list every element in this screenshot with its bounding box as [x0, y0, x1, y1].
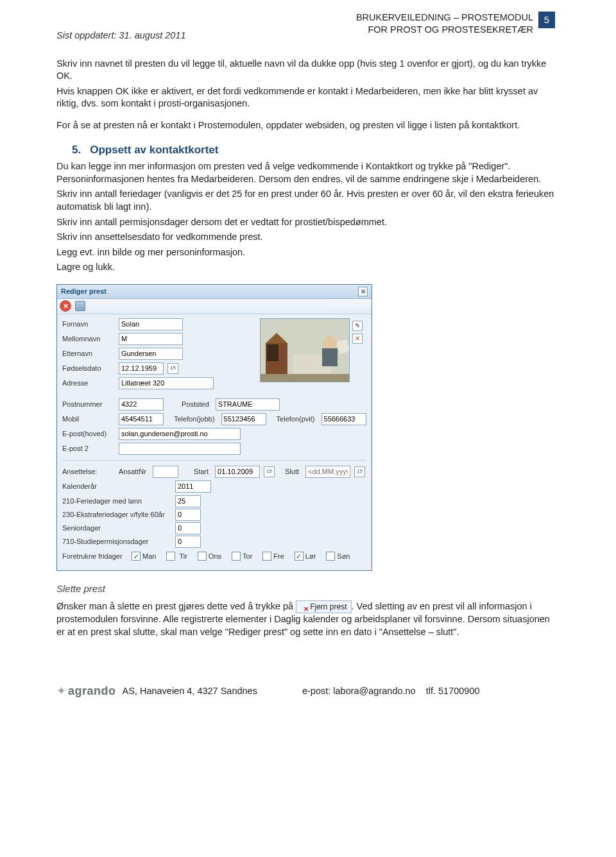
footer-email: e-post: labora@agrando.no — [302, 685, 416, 698]
slette-pre-text: Ønsker man å slette en prest gjøres dett… — [56, 601, 296, 611]
day-man-checkbox[interactable]: ✓ — [132, 552, 141, 561]
section5-p3: Skriv inn antall permisjonsdager dersom … — [56, 216, 555, 229]
studieperm-input[interactable] — [175, 536, 201, 548]
epost-hoved-label: E-post(hoved) — [62, 429, 115, 439]
feriedager-label: 210-Feriedager med lønn — [62, 496, 171, 506]
fodselsdato-input[interactable] — [119, 362, 164, 375]
etternavn-input[interactable] — [119, 348, 183, 360]
seniordager-label: Seniordager — [62, 523, 171, 533]
intro-p3: For å se at presten nå er kontakt i Pros… — [56, 119, 555, 132]
section5-p4: Skriv inn ansettelsesdato for vedkommend… — [56, 231, 555, 244]
kalenderar-label: Kalenderår — [62, 482, 171, 491]
logo-mark-icon: ✦ — [56, 683, 66, 699]
day-lor-label: Lør — [305, 552, 316, 561]
doc-title-block: BRUKERVEILEDNING – PROSTEMODUL FOR PROST… — [356, 12, 533, 36]
telefon-jobb-label: Telefon(jobb) — [174, 414, 215, 424]
section5-p2: Skriv inn antall feriedager (vanligvis e… — [56, 188, 555, 213]
priest-photo — [260, 318, 350, 382]
section5-p6: Lagre og lukk. — [56, 261, 555, 274]
epost-hoved-input[interactable] — [119, 428, 241, 440]
dialog-close-button[interactable]: ✕ — [358, 287, 368, 296]
svg-rect-2 — [267, 344, 278, 361]
doc-title-line-2: FOR PROST OG PROSTESEKRETÆR — [356, 24, 533, 36]
page-number-badge: 5 — [538, 12, 555, 28]
day-man-label: Man — [142, 552, 156, 561]
intro-text: Skriv inn navnet til presten du vil legg… — [56, 58, 555, 274]
toolbar-delete-button[interactable]: ✕ — [60, 300, 71, 312]
footer-phone: tlf. 51700900 — [426, 685, 480, 698]
section-5-title: Oppsett av kontaktkortet — [90, 144, 218, 156]
kalenderar-select[interactable]: 2011 — [175, 480, 211, 493]
mobil-input[interactable] — [119, 413, 164, 425]
footer-address: AS, Hanaveien 4, 4327 Sandnes — [123, 685, 257, 698]
day-fre-checkbox[interactable] — [262, 552, 271, 561]
ekstraferie-input[interactable] — [175, 509, 201, 521]
poststed-input[interactable] — [216, 398, 280, 411]
ansattnr-input[interactable] — [153, 466, 178, 478]
last-updated: Sist oppdatert: 31. august 2011 — [56, 12, 186, 42]
photo-remove-button[interactable]: ✕ — [352, 334, 363, 344]
dialog-title: Rediger prest — [61, 287, 107, 296]
day-fre-label: Fre — [273, 552, 284, 561]
divider — [62, 460, 366, 461]
section5-p1: Du kan legge inn mer informasjon om pres… — [56, 160, 555, 185]
foretrukne-label: Foretrukne fridager — [62, 552, 128, 561]
day-tor-checkbox[interactable] — [232, 552, 241, 561]
postnummer-input[interactable] — [119, 398, 164, 411]
photo-illustration-icon — [261, 319, 350, 382]
poststed-label: Poststed — [182, 400, 209, 409]
photo-edit-button[interactable]: ✎ — [352, 321, 363, 331]
ansattnr-label: AnsattNr — [119, 467, 146, 477]
section5-p5: Legg evt. inn bilde og mer personinforma… — [56, 246, 555, 259]
toolbar-save-button[interactable] — [75, 301, 85, 311]
photo-panel: ✎ ✕ — [260, 318, 363, 382]
telefon-jobb-input[interactable] — [221, 413, 266, 425]
fodselsdato-label: Fødselsdato — [62, 364, 115, 373]
start-input[interactable] — [215, 466, 260, 478]
start-label: Start — [194, 467, 209, 477]
studieperm-label: 710-Studiepermisjonsdager — [62, 537, 171, 547]
day-tir-checkbox[interactable] — [166, 552, 175, 561]
adresse-input[interactable] — [119, 377, 214, 389]
mellomnavn-label: Mellomnavn — [62, 334, 115, 344]
seniordager-input[interactable] — [175, 522, 201, 534]
calendar-icon[interactable] — [354, 466, 365, 477]
intro-p2: Hvis knappen OK ikke er aktivert, er det… — [56, 85, 555, 110]
slutt-label: Slutt — [285, 467, 299, 477]
day-son-checkbox[interactable] — [326, 552, 335, 561]
fjern-prest-label: Fjern prest — [310, 602, 346, 612]
fornavn-input[interactable] — [119, 318, 183, 330]
slette-prest-paragraph: Ønsker man å slette en prest gjøres dett… — [56, 600, 555, 638]
logo-text: agrando — [68, 683, 116, 699]
slette-prest-heading: Slette prest — [56, 582, 555, 595]
svg-rect-7 — [322, 348, 338, 366]
mobil-label: Mobil — [62, 414, 115, 424]
feriedager-input[interactable] — [175, 495, 201, 507]
dialog-titlebar: Rediger prest ✕ — [57, 285, 372, 299]
postnummer-label: Postnummer — [62, 400, 115, 409]
section-5-number: 5. — [72, 144, 81, 156]
day-ons-label: Ons — [209, 552, 221, 561]
section-5-heading: 5.Oppsett av kontaktkortet — [72, 143, 555, 158]
fjern-prest-button[interactable]: ✕ Fjern prest — [296, 600, 351, 613]
day-tir-label: Tir — [179, 552, 187, 561]
ekstraferie-label: 230-Ekstraferiedager v/fylte 60år — [62, 510, 171, 520]
etternavn-label: Etternavn — [62, 349, 115, 359]
edit-priest-dialog: Rediger prest ✕ ✕ — [56, 284, 372, 571]
page-footer: ✦ agrando AS, Hanaveien 4, 4327 Sandnes … — [56, 683, 555, 699]
agrando-logo: ✦ agrando — [56, 683, 116, 699]
svg-point-6 — [323, 336, 337, 350]
day-lor-checkbox[interactable]: ✓ — [295, 552, 304, 561]
calendar-icon[interactable] — [264, 466, 275, 477]
telefon-pvt-label: Telefon(pvit) — [277, 414, 315, 424]
telefon-pvt-input[interactable] — [321, 413, 366, 425]
svg-rect-8 — [261, 374, 350, 382]
dialog-toolbar: ✕ — [57, 299, 372, 314]
mellomnavn-input[interactable] — [119, 333, 183, 345]
slutt-input[interactable] — [305, 466, 350, 478]
calendar-icon[interactable] — [167, 363, 178, 374]
day-ons-checkbox[interactable] — [198, 552, 207, 561]
dialog-body: ✎ ✕ Fornavn Mellomnavn Etternavn Fødsels… — [57, 314, 372, 570]
day-son-label: Søn — [337, 552, 350, 561]
epost-2-input[interactable] — [119, 443, 241, 455]
